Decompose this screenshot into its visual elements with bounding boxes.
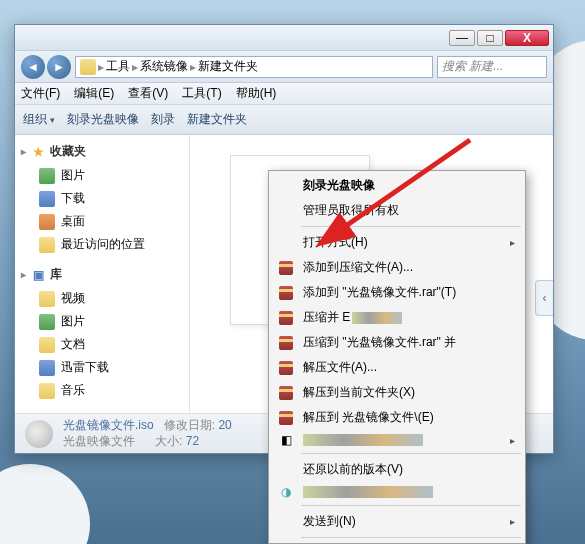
disc-icon xyxy=(25,420,53,448)
menu-file[interactable]: 文件(F) xyxy=(21,85,60,102)
desktop-icon xyxy=(39,214,55,230)
sidebar-item-music[interactable]: 音乐 xyxy=(21,379,183,402)
maximize-button[interactable]: □ xyxy=(477,30,503,46)
nav-back-button[interactable]: ◄ xyxy=(21,55,45,79)
toolbar-burn[interactable]: 刻录 xyxy=(151,111,175,128)
titlebar: — □ X xyxy=(15,25,553,51)
document-icon xyxy=(39,337,55,353)
winrar-icon xyxy=(279,336,293,350)
sidebar-item-pictures[interactable]: 图片 xyxy=(21,164,183,187)
censored-text xyxy=(303,434,423,446)
cm-add-to-archive[interactable]: 添加到压缩文件(A)... xyxy=(271,255,523,280)
download-icon xyxy=(39,360,55,376)
sidebar-item-videos[interactable]: 视频 xyxy=(21,287,183,310)
menu-edit[interactable]: 编辑(E) xyxy=(74,85,114,102)
cm-extract-here[interactable]: 解压到当前文件夹(X) xyxy=(271,380,523,405)
menu-tools[interactable]: 工具(T) xyxy=(182,85,221,102)
breadcrumb-bar[interactable]: ▸ 工具 ▸ 系统镜像 ▸ 新建文件夹 xyxy=(75,56,433,78)
status-filename: 光盘镜像文件.iso xyxy=(63,418,154,432)
cm-compress-and[interactable]: 压缩并 E xyxy=(271,305,523,330)
cm-restore-previous[interactable]: 还原以前的版本(V) xyxy=(271,457,523,482)
status-filetype: 光盘映像文件 xyxy=(63,434,135,448)
cm-compress-to-and[interactable]: 压缩到 "光盘镜像文件.rar" 并 xyxy=(271,330,523,355)
sidebar-item-downloads[interactable]: 下载 xyxy=(21,187,183,210)
menu-view[interactable]: 查看(V) xyxy=(128,85,168,102)
generic-icon: ◑ xyxy=(277,483,295,501)
winrar-icon xyxy=(279,361,293,375)
toolbar: 组织 刻录光盘映像 刻录 新建文件夹 xyxy=(15,105,553,135)
winrar-icon xyxy=(279,386,293,400)
nav-forward-button[interactable]: ► xyxy=(47,55,71,79)
breadcrumb-item[interactable]: 系统镜像 xyxy=(140,58,188,75)
close-button[interactable]: X xyxy=(505,30,549,46)
winrar-icon xyxy=(279,261,293,275)
sidebar: ★ 收藏夹 图片 下载 桌面 最近访问的位置 ▣ 库 视频 图片 文档 迅雷下载… xyxy=(15,135,190,413)
toolbar-new-folder[interactable]: 新建文件夹 xyxy=(187,111,247,128)
sidebar-item-pictures-lib[interactable]: 图片 xyxy=(21,310,183,333)
sidebar-favorites-header[interactable]: ★ 收藏夹 xyxy=(21,143,183,160)
cm-admin-ownership[interactable]: 管理员取得所有权 xyxy=(271,198,523,223)
star-icon: ★ xyxy=(30,144,46,160)
folder-icon xyxy=(80,59,96,75)
cm-burn-image[interactable]: 刻录光盘映像 xyxy=(271,173,523,198)
toolbar-organize[interactable]: 组织 xyxy=(23,111,55,128)
breadcrumb-item[interactable]: 新建文件夹 xyxy=(198,58,258,75)
folder-icon xyxy=(39,237,55,253)
download-icon xyxy=(39,191,55,207)
sidebar-item-desktop[interactable]: 桌面 xyxy=(21,210,183,233)
sidebar-item-recent[interactable]: 最近访问的位置 xyxy=(21,233,183,256)
music-icon xyxy=(39,383,55,399)
picture-icon xyxy=(39,168,55,184)
cm-censored-item[interactable]: ◑ xyxy=(271,482,523,502)
winrar-icon xyxy=(279,286,293,300)
preview-toggle[interactable]: ‹ xyxy=(535,280,553,316)
cm-open-with[interactable]: 打开方式(H) xyxy=(271,230,523,255)
cm-send-to[interactable]: 发送到(N) xyxy=(271,509,523,534)
video-icon xyxy=(39,291,55,307)
library-icon: ▣ xyxy=(30,267,46,283)
winrar-icon xyxy=(279,411,293,425)
sidebar-item-xunlei[interactable]: 迅雷下载 xyxy=(21,356,183,379)
context-menu: 刻录光盘映像 管理员取得所有权 打开方式(H) 添加到压缩文件(A)... 添加… xyxy=(268,170,526,544)
search-input[interactable]: 搜索 新建... xyxy=(437,56,547,78)
minimize-button[interactable]: — xyxy=(449,30,475,46)
menu-help[interactable]: 帮助(H) xyxy=(236,85,277,102)
address-bar: ◄ ► ▸ 工具 ▸ 系统镜像 ▸ 新建文件夹 搜索 新建... xyxy=(15,51,553,83)
generic-icon: ◧ xyxy=(277,431,295,449)
breadcrumb-item[interactable]: 工具 xyxy=(106,58,130,75)
toolbar-burn-image[interactable]: 刻录光盘映像 xyxy=(67,111,139,128)
cm-extract-to[interactable]: 解压到 光盘镜像文件\(E) xyxy=(271,405,523,430)
censored-text xyxy=(352,312,402,324)
sidebar-libraries-header[interactable]: ▣ 库 xyxy=(21,266,183,283)
sidebar-item-documents[interactable]: 文档 xyxy=(21,333,183,356)
cm-add-to-rar[interactable]: 添加到 "光盘镜像文件.rar"(T) xyxy=(271,280,523,305)
picture-icon xyxy=(39,314,55,330)
menu-bar: 文件(F) 编辑(E) 查看(V) 工具(T) 帮助(H) xyxy=(15,83,553,105)
cm-extract-files[interactable]: 解压文件(A)... xyxy=(271,355,523,380)
winrar-icon xyxy=(279,311,293,325)
censored-text xyxy=(303,486,433,498)
cm-censored-submenu[interactable]: ◧ xyxy=(271,430,523,450)
